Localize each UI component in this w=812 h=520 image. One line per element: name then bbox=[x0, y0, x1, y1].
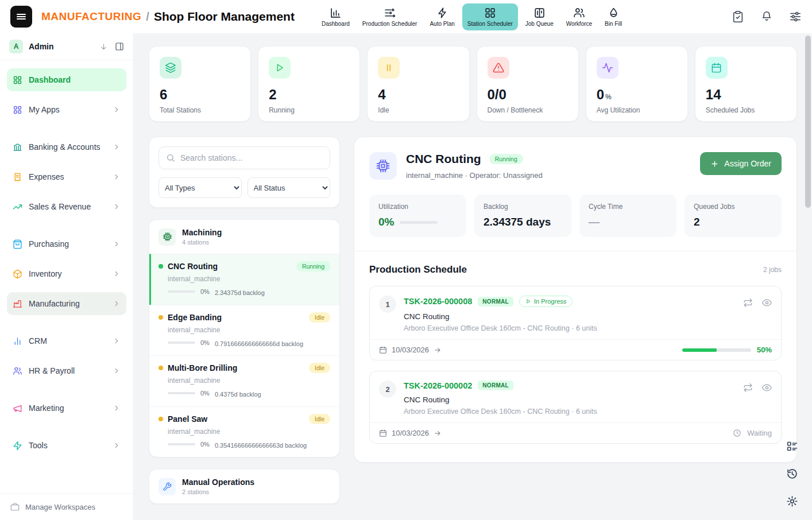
stat-label: Avg Utilization bbox=[597, 106, 677, 114]
stat-card-down-bottleneck: 0/0 Down / Bottleneck bbox=[477, 46, 579, 122]
sidebar-item-marketing[interactable]: Marketing bbox=[7, 397, 126, 420]
assign-order-button[interactable]: Assign Order bbox=[700, 152, 782, 175]
sidebar-item-my-apps[interactable]: My Apps bbox=[7, 98, 126, 121]
sliders-icon bbox=[789, 10, 802, 23]
sidebar-item-inventory[interactable]: Inventory bbox=[7, 262, 126, 285]
nav-item-production-scheduler[interactable]: Production Scheduler bbox=[357, 3, 423, 30]
nav-label: Auto Plan bbox=[430, 21, 454, 27]
chevron-right-icon bbox=[113, 441, 121, 449]
arrow-down-icon[interactable] bbox=[99, 42, 108, 51]
nav-item-dashboard[interactable]: Dashboard bbox=[316, 3, 355, 30]
stations-filter-card: All Types All Status bbox=[149, 137, 340, 208]
top-nav: Dashboard Production Scheduler Auto Plan… bbox=[316, 3, 627, 30]
sidebar-item-banking-accounts[interactable]: Banking & Accounts bbox=[7, 135, 126, 158]
apps-grid-icon bbox=[13, 105, 22, 115]
status-badge: Idle bbox=[309, 312, 330, 323]
station-group-machining: Machining 4 stations CNC Routing Running… bbox=[149, 219, 340, 457]
transfer-icon[interactable] bbox=[743, 298, 753, 308]
sidebar-item-manufacturing[interactable]: Manufacturing bbox=[7, 292, 126, 315]
notifications-button[interactable] bbox=[760, 10, 773, 23]
hamburger-menu-button[interactable] bbox=[10, 6, 32, 28]
collapse-sidebar-icon[interactable] bbox=[115, 42, 124, 51]
sidebar-item-dashboard[interactable]: Dashboard bbox=[7, 68, 126, 91]
settings-button[interactable] bbox=[789, 10, 802, 23]
sidebar-item-label: Marketing bbox=[29, 403, 64, 413]
job-id-link[interactable]: TSK-2026-000002 bbox=[404, 381, 472, 390]
brand-name: MANUFACTURING bbox=[41, 10, 141, 23]
manage-workspaces-button[interactable]: Manage Workspaces bbox=[0, 493, 133, 520]
stat-label: Down / Bottleneck bbox=[488, 106, 568, 114]
station-name: Multi-Bore Drilling bbox=[168, 363, 237, 372]
station-subtitle: internal_machine · Operator: Unassigned bbox=[406, 171, 543, 180]
nav-item-job-queue[interactable]: Job Queue bbox=[520, 3, 559, 30]
utilization-bar bbox=[400, 221, 438, 224]
arrow-right-icon bbox=[434, 346, 442, 354]
sidebar-item-purchasing[interactable]: Purchasing bbox=[7, 232, 126, 255]
gear-icon[interactable] bbox=[786, 495, 798, 507]
eye-icon[interactable] bbox=[762, 298, 772, 308]
stat-card-running: 2 Running bbox=[258, 46, 360, 122]
board-icon[interactable] bbox=[786, 440, 798, 452]
scrollbar-thumb[interactable] bbox=[805, 36, 811, 208]
sidebar-item-hr-payroll[interactable]: HR & Payroll bbox=[7, 359, 126, 382]
job-card-tsk-2026-000008[interactable]: 1 TSK-2026-000008 NORMAL In Progress CNC bbox=[369, 286, 782, 360]
eye-icon[interactable] bbox=[762, 383, 772, 393]
utilization-bar bbox=[168, 392, 195, 394]
group-count: 2 stations bbox=[182, 488, 254, 495]
sidebar-item-expenses[interactable]: Expenses bbox=[7, 165, 126, 188]
job-description: Arboro Executive Office Desk 160cm - CNC… bbox=[404, 408, 597, 416]
floating-toolbar bbox=[786, 440, 798, 507]
nav-label: Production Scheduler bbox=[362, 21, 417, 27]
station-row-panel-saw[interactable]: Panel Saw Idle internal_machine 0% 0.354… bbox=[149, 406, 339, 457]
in-progress-badge: In Progress bbox=[519, 296, 573, 307]
sidebar-item-sales-revenue[interactable]: Sales & Revenue bbox=[7, 195, 126, 218]
page-title: Shop Floor Management bbox=[154, 10, 295, 24]
status-filter-select[interactable]: All Status bbox=[248, 177, 331, 198]
nav-item-station-scheduler[interactable]: Station Scheduler bbox=[462, 3, 518, 30]
job-card-tsk-2026-000002[interactable]: 2 TSK-2026-000002 NORMAL CNC Routing Arb… bbox=[369, 371, 782, 444]
metric-value: 2.34375 days bbox=[484, 216, 562, 228]
station-row-cnc-routing[interactable]: CNC Routing Running internal_machine 0% … bbox=[149, 254, 339, 305]
chevron-right-icon bbox=[113, 300, 121, 308]
stat-value: 4 bbox=[378, 88, 458, 102]
clipboard-check-icon bbox=[732, 10, 744, 23]
group-header: Machining 4 stations bbox=[149, 220, 339, 254]
group-count: 4 stations bbox=[182, 239, 222, 246]
briefcase-icon bbox=[10, 502, 20, 511]
stat-value: 6 bbox=[160, 88, 240, 102]
nav-item-auto-plan[interactable]: Auto Plan bbox=[424, 3, 459, 30]
transfer-icon[interactable] bbox=[743, 383, 753, 393]
chevron-right-icon bbox=[113, 367, 121, 375]
nav-item-bin-fill[interactable]: Bin Fill bbox=[600, 3, 627, 30]
search-stations-input[interactable] bbox=[180, 153, 323, 162]
nav-label: Station Scheduler bbox=[467, 21, 513, 27]
sidebar-item-tools[interactable]: Tools bbox=[7, 434, 126, 457]
history-icon[interactable] bbox=[786, 468, 798, 480]
clock-icon bbox=[733, 429, 741, 437]
jobs-count: 2 jobs bbox=[763, 266, 782, 274]
stat-label: Idle bbox=[378, 106, 458, 114]
vertical-scrollbar[interactable] bbox=[805, 34, 811, 519]
calendar-icon bbox=[706, 57, 728, 79]
station-row-multi-bore-drilling[interactable]: Multi-Bore Drilling Idle internal_machin… bbox=[149, 355, 339, 406]
tasks-button[interactable] bbox=[732, 10, 744, 23]
nav-label: Workforce bbox=[566, 21, 592, 27]
group-name: Manual Operations bbox=[182, 478, 254, 487]
gantt-icon bbox=[384, 7, 396, 19]
shopping-bag-icon bbox=[13, 239, 22, 249]
user-row[interactable]: A Admin bbox=[0, 33, 133, 60]
avatar: A bbox=[9, 40, 23, 53]
search-box[interactable] bbox=[158, 146, 330, 169]
nav-item-workforce[interactable]: Workforce bbox=[561, 3, 597, 30]
utilization-pct: 0% bbox=[200, 390, 210, 397]
stat-card-avg-utilization: 0% Avg Utilization bbox=[586, 46, 688, 122]
utilization-bar bbox=[168, 342, 195, 344]
cpu-icon bbox=[369, 152, 397, 180]
job-id-link[interactable]: TSK-2026-000008 bbox=[404, 297, 472, 306]
type-filter-select[interactable]: All Types bbox=[158, 177, 242, 198]
sidebar-item-crm[interactable]: CRM bbox=[7, 329, 126, 352]
backlog-label: 0.35416666666666663d backlog bbox=[215, 441, 307, 451]
station-row-edge-banding[interactable]: Edge Banding Idle internal_machine 0% 0.… bbox=[149, 305, 339, 356]
layers-icon bbox=[160, 57, 181, 79]
metric-value: 0% bbox=[378, 216, 394, 228]
